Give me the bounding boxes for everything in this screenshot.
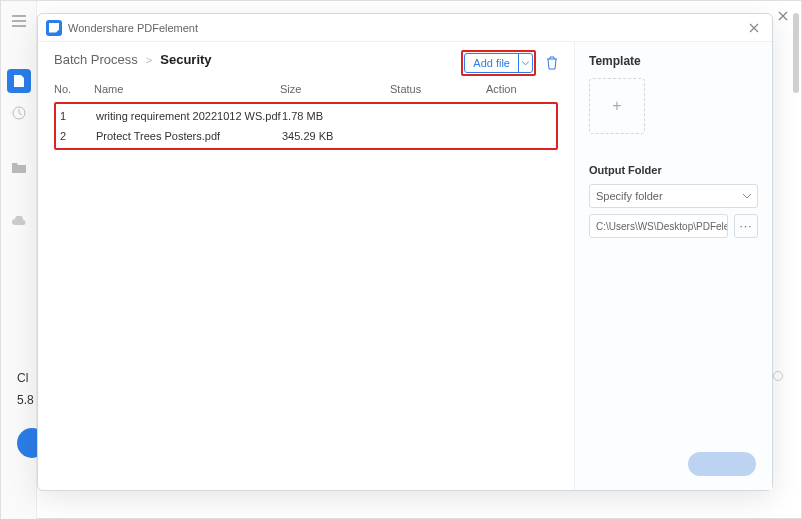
add-file-highlight: Add file: [461, 50, 536, 76]
breadcrumb-current: Security: [160, 52, 211, 67]
background-text: Cl 5.8: [17, 371, 34, 415]
specify-folder-select[interactable]: Specify folder: [589, 184, 758, 208]
trash-icon: [545, 56, 559, 70]
output-path-input[interactable]: C:\Users\WS\Desktop\PDFelement\Sec: [589, 214, 728, 238]
chevron-down-icon: [743, 194, 751, 199]
bg-label-2: 5.8: [17, 393, 34, 407]
file-rows-highlight: 1 writing requirement 20221012 WS.pdf 1.…: [54, 102, 558, 150]
scrollbar[interactable]: [793, 13, 799, 93]
dialog-titlebar: Wondershare PDFelement: [38, 14, 772, 42]
file-list-pane: Batch Process > Security Add file: [38, 42, 574, 490]
outer-window: Cl 5.8 Wondershare PDFelement Batch Proc…: [0, 0, 802, 519]
template-section-title: Template: [589, 54, 758, 68]
specify-folder-text: Specify folder: [596, 190, 663, 202]
cell-status: [392, 110, 488, 122]
header-no: No.: [54, 83, 94, 95]
cell-size: 1.78 MB: [282, 110, 392, 122]
apply-button[interactable]: [688, 452, 756, 476]
sidebar-item-menu[interactable]: [7, 9, 31, 33]
app-title: Wondershare PDFelement: [68, 22, 744, 34]
header-name: Name: [94, 83, 280, 95]
table-header: No. Name Size Status Action: [54, 77, 558, 102]
cell-status: [392, 130, 488, 142]
cell-name: writing requirement 20221012 WS.pdf: [96, 110, 282, 122]
cell-action: [488, 130, 548, 142]
cell-no: 2: [56, 130, 96, 142]
chevron-down-icon: [522, 61, 529, 66]
file-icon: [13, 74, 25, 88]
app-icon: [46, 20, 62, 36]
sidebar-item-folder[interactable]: [7, 155, 31, 179]
output-path-text: C:\Users\WS\Desktop\PDFelement\Sec: [596, 221, 728, 232]
pager-indicator: [773, 371, 783, 381]
header-status: Status: [390, 83, 486, 95]
menu-icon: [12, 15, 26, 27]
header-action: Action: [486, 83, 546, 95]
cell-no: 1: [56, 110, 96, 122]
clock-icon: [12, 106, 26, 120]
close-icon: [749, 23, 759, 33]
outer-close-button[interactable]: [771, 4, 795, 28]
table-row[interactable]: 2 Protect Trees Posters.pdf 345.29 KB: [56, 126, 556, 146]
folder-icon: [12, 161, 26, 173]
add-file-dropdown[interactable]: [518, 54, 532, 72]
breadcrumb-separator: >: [146, 54, 152, 66]
sidebar-item-recent[interactable]: [7, 101, 31, 125]
settings-pane: Template + Output Folder Specify folder …: [574, 42, 772, 490]
dialog-close-button[interactable]: [744, 18, 764, 38]
cell-action: [488, 110, 548, 122]
add-file-label: Add file: [465, 57, 518, 69]
cell-name: Protect Trees Posters.pdf: [96, 130, 282, 142]
plus-icon: +: [612, 97, 621, 115]
file-toolbar: Add file: [461, 50, 560, 76]
add-template-button[interactable]: +: [589, 78, 645, 134]
batch-process-dialog: Wondershare PDFelement Batch Process > S…: [37, 13, 773, 491]
cloud-icon: [11, 216, 27, 226]
table-row[interactable]: 1 writing requirement 20221012 WS.pdf 1.…: [56, 106, 556, 126]
add-file-button[interactable]: Add file: [464, 53, 533, 73]
header-size: Size: [280, 83, 390, 95]
close-icon: [778, 11, 788, 21]
bg-label-1: Cl: [17, 371, 34, 385]
cell-size: 345.29 KB: [282, 130, 392, 142]
browse-folder-button[interactable]: ···: [734, 214, 758, 238]
sidebar-item-cloud[interactable]: [7, 209, 31, 233]
clear-list-button[interactable]: [544, 55, 560, 71]
sidebar-item-file[interactable]: [7, 69, 31, 93]
breadcrumb-parent[interactable]: Batch Process: [54, 52, 138, 67]
output-folder-label: Output Folder: [589, 164, 758, 176]
